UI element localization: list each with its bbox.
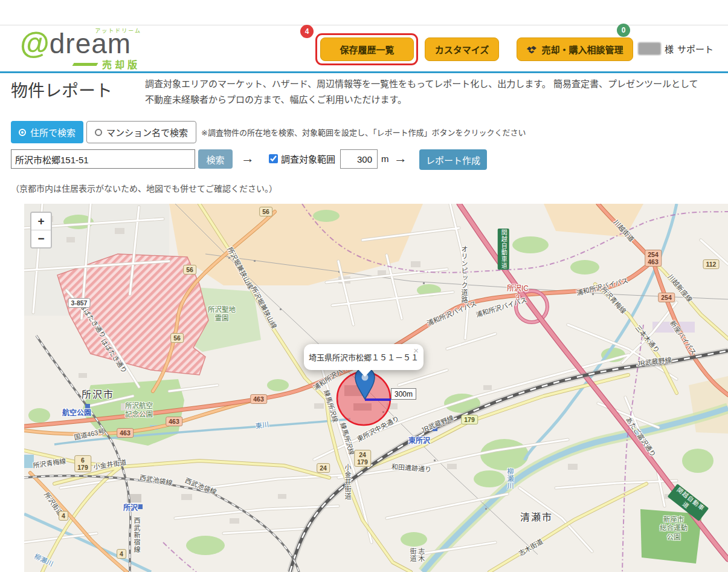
zoom-in-button[interactable]: + — [31, 213, 51, 230]
map-label-overlay: 所沢市清瀬市航空公園東所沢所沢所沢航空 記念公園所沢聖地 霊園新座市 総合運動 … — [24, 204, 728, 572]
logo-underline — [72, 63, 98, 66]
road-shield: 24 179 — [354, 450, 371, 467]
mode-mansion-radio[interactable]: マンション名で検索 — [86, 121, 196, 143]
map-label: 浦和所沢バイパス — [426, 300, 478, 328]
road-shield: 463 — [250, 394, 267, 404]
map-label: 東所沢中央通り — [356, 415, 401, 444]
map-label: オリンピック道路 — [459, 245, 468, 304]
map-label: 航空公園 — [62, 409, 91, 418]
road-shield: 24 — [317, 463, 330, 473]
road-shield: 56 — [170, 333, 184, 343]
radio-unselected-icon — [95, 129, 102, 136]
map-label: 川越街道 — [611, 218, 636, 244]
map-label: 清瀬市 — [520, 512, 553, 524]
flow-arrow-icon: → — [241, 151, 254, 166]
map-label: 所沢青梅線 — [599, 285, 627, 316]
search-instructions: ※調査物件の所在地を検索、対象範囲を設定し、「レポート作成」ボタンをクリックくだ… — [201, 126, 526, 138]
search-button[interactable]: 検索 — [198, 149, 233, 169]
map-label: 所沢街道 — [42, 491, 65, 518]
mode-mansion-label: マンション名で検索 — [106, 126, 188, 138]
map-label: 浦和所沢バイパス — [576, 277, 630, 298]
consult-button-label: 売却・購入相談管理 — [541, 43, 623, 56]
support-link[interactable]: サポート — [677, 42, 714, 55]
mode-address-radio[interactable]: 住所で検索 — [11, 121, 83, 143]
map-label: 柳瀬川 — [505, 468, 514, 490]
map-label: 西武新宿線 — [132, 517, 140, 553]
road-shield: 112 — [703, 259, 720, 269]
range-group: 調査対象範囲 — [269, 152, 335, 165]
consult-count-badge: 0 — [617, 24, 630, 37]
map-label: 志木街道 — [408, 547, 425, 564]
kyoto-note: （京都市内は住居表示がないため、地図でも併せてご確認ください。） — [11, 182, 277, 194]
mode-address-label: 住所で検索 — [30, 126, 76, 138]
map-label: JR武蔵野線 — [420, 414, 455, 435]
map-label: 新座バイパス — [668, 319, 698, 357]
popup-address-text: 埼玉県所沢市松郷１５１－５１ — [309, 351, 419, 363]
map-label: 所沢堀兼狭山線 — [225, 246, 254, 291]
map-label: 志木街道 — [518, 538, 545, 558]
user-honorific: 様 — [665, 42, 674, 55]
map-label: 所沢航空 記念公園 — [125, 401, 153, 419]
redacted-user-name — [638, 42, 661, 55]
popup-pointer — [359, 370, 371, 377]
map-label: 関越自動車道 — [498, 229, 509, 270]
map-zoom-control: + − — [30, 212, 52, 249]
road-shield: 4 — [117, 549, 126, 559]
map-label: 所沢IC 3 — [507, 284, 529, 302]
handshake-icon — [526, 45, 538, 54]
range-checkbox[interactable] — [269, 154, 278, 163]
map[interactable]: 所沢市清瀬市航空公園東所沢所沢所沢航空 記念公園所沢聖地 霊園新座市 総合運動 … — [24, 204, 728, 572]
create-report-button[interactable]: レポート作成 — [419, 149, 487, 170]
map-label: 所沢堀兼狭山線 — [249, 285, 278, 330]
logo-at-mark: @ — [20, 27, 50, 60]
road-shield: 463 — [166, 417, 182, 426]
flow-arrow-icon: → — [394, 151, 407, 166]
map-label: 和田遺跡通り — [391, 463, 432, 474]
map-label: 所沢 — [123, 504, 138, 513]
map-label: 国道463号 — [73, 427, 105, 442]
map-label: 所沢市 — [82, 389, 114, 401]
map-label: 関越自動車道 — [668, 484, 709, 521]
logo-kana: アットドリーム — [95, 27, 141, 34]
consult-management-button[interactable]: 売却・購入相談管理 — [517, 37, 633, 61]
map-label: はばたき通り — [98, 337, 128, 375]
road-shield: 254 463 — [645, 250, 662, 267]
saved-history-button[interactable]: 保存履歴一覧 — [320, 37, 414, 61]
zoom-out-button[interactable]: − — [31, 230, 51, 247]
map-label: 小金井街道 — [343, 464, 351, 500]
range-label: 調査対象範囲 — [281, 152, 335, 165]
map-label: JR武蔵野線 — [637, 356, 672, 368]
road-shield: 6 179 — [74, 455, 91, 472]
popup-close-icon[interactable]: × — [413, 346, 419, 355]
road-shield: 179 — [461, 415, 478, 424]
map-label: 練馬所沢線 — [338, 422, 355, 457]
address-input[interactable] — [11, 149, 195, 169]
radius-distance-badge: 300m — [391, 388, 416, 400]
map-label: 小金井街道 — [93, 458, 127, 471]
road-shield: 56 — [259, 207, 272, 216]
range-value-input[interactable] — [340, 149, 378, 169]
road-shield: 3-857 — [68, 298, 91, 308]
radio-selected-icon — [19, 129, 26, 136]
road-shield: 254 — [658, 293, 675, 302]
atdream-logo: @dream アットドリーム 売却版 — [20, 27, 140, 71]
road-shield: 56 — [183, 265, 196, 275]
map-label: 所沢青梅線 — [33, 457, 66, 470]
range-unit: m — [381, 154, 389, 164]
map-label: 西武池袋線 — [139, 473, 173, 487]
property-report-page: @dream アットドリーム 売却版 4 保存履歴一覧 カスタマイズ 売却・購入… — [0, 0, 728, 572]
map-label: 柳瀬川 — [33, 553, 54, 568]
map-label: 浦和所沢バイパス — [475, 296, 528, 320]
saved-history-count-badge: 4 — [300, 25, 314, 38]
map-label: 東川 — [255, 421, 269, 431]
road-shield: 4 — [59, 511, 68, 521]
map-label: 所沢聖地 霊園 — [208, 305, 236, 323]
address-popup: 埼玉県所沢市松郷１５１－５１ × — [304, 344, 424, 370]
map-label: 三本木通り — [633, 324, 661, 355]
customize-button[interactable]: カスタマイズ — [425, 37, 499, 61]
map-label: 東所沢 — [408, 437, 430, 446]
search-mode-row: 住所で検索 マンション名で検索 ※調査物件の所在地を検索、対象範囲を設定し、「レ… — [11, 121, 526, 143]
user-area: 様 サポート — [638, 42, 714, 55]
road-shield: 463 — [117, 428, 134, 438]
page-description: 調査対象エリアのマーケット、ハザード、周辺情報等を一覧性をもってレポート化し、出… — [145, 76, 706, 108]
